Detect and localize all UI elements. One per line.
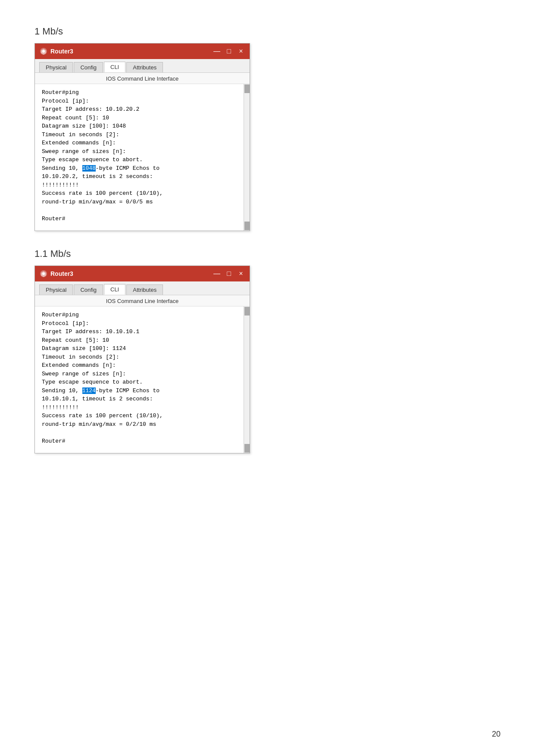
window-2: Router3 — □ × Physical Config CLI Attrib… [34, 266, 250, 453]
minimize-btn-1[interactable]: — [213, 48, 221, 55]
window-2-tabs: Physical Config CLI Attributes [35, 281, 250, 295]
window-2-title-text: Router3 [50, 270, 73, 277]
tab-2-config[interactable]: Config [74, 284, 103, 295]
close-btn-2[interactable]: × [237, 270, 245, 277]
window-2-title-left: Router3 [39, 269, 73, 278]
window-1: Router3 — □ × Physical Config CLI Attrib… [34, 43, 250, 231]
terminal-2-pre: Router#ping Protocol [ip]: Target IP add… [42, 312, 143, 394]
router-icon-2 [39, 269, 48, 278]
maximize-btn-2[interactable]: □ [225, 270, 233, 277]
window-1-terminal-text: Router#ping Protocol [ip]: Target IP add… [42, 88, 243, 223]
tab-1-physical[interactable]: Physical [39, 62, 73, 72]
window-2-subtitle: IOS Command Line Interface [35, 295, 250, 306]
window-1-controls: — □ × [213, 48, 245, 55]
svg-point-3 [42, 272, 45, 275]
terminal-1-post: -byte ICMP Echos to 10.10.20.2, timeout … [42, 165, 163, 222]
tab-2-cli[interactable]: CLI [104, 284, 125, 295]
window-1-tabs: Physical Config CLI Attributes [35, 59, 250, 73]
section-2-label: 1.1 Mb/s [34, 248, 501, 259]
window-1-terminal[interactable]: Router#ping Protocol [ip]: Target IP add… [35, 84, 250, 231]
window-1-title-text: Router3 [50, 48, 73, 55]
page-content: 1 Mb/s Router3 — □ × [0, 0, 535, 497]
window-1-subtitle: IOS Command Line Interface [35, 73, 250, 84]
tab-2-attributes[interactable]: Attributes [126, 284, 163, 295]
close-btn-1[interactable]: × [237, 48, 245, 55]
svg-point-1 [42, 50, 45, 53]
scrollbar-1[interactable] [244, 84, 250, 231]
section-1: 1 Mb/s Router3 — □ × [34, 26, 501, 231]
terminal-1-pre: Router#ping Protocol [ip]: Target IP add… [42, 89, 143, 172]
tab-1-config[interactable]: Config [74, 62, 103, 72]
terminal-2-post: -byte ICMP Echos to 10.10.10.1, timeout … [42, 387, 163, 444]
scrollbar-2-thumb-top [244, 307, 250, 316]
terminal-1-highlight: 1048 [82, 165, 96, 172]
page-number: 20 [492, 730, 501, 739]
section-1-label: 1 Mb/s [34, 26, 501, 37]
window-2-terminal-text: Router#ping Protocol [ip]: Target IP add… [42, 311, 243, 445]
terminal-2-highlight: 1124 [82, 387, 96, 394]
window-2-terminal[interactable]: Router#ping Protocol [ip]: Target IP add… [35, 306, 250, 453]
window-1-title-left: Router3 [39, 47, 73, 56]
scrollbar-1-thumb-bottom [244, 222, 250, 230]
maximize-btn-1[interactable]: □ [225, 48, 233, 55]
scrollbar-1-thumb-top [244, 84, 250, 93]
scrollbar-2[interactable] [244, 306, 250, 453]
minimize-btn-2[interactable]: — [213, 270, 221, 277]
window-1-terminal-wrapper: Router#ping Protocol [ip]: Target IP add… [35, 84, 250, 231]
scrollbar-2-thumb-bottom [244, 444, 250, 453]
tab-2-physical[interactable]: Physical [39, 284, 73, 295]
window-2-terminal-wrapper: Router#ping Protocol [ip]: Target IP add… [35, 306, 250, 453]
tab-1-cli[interactable]: CLI [104, 62, 125, 72]
section-2: 1.1 Mb/s Router3 — □ × [34, 248, 501, 453]
window-2-titlebar: Router3 — □ × [35, 266, 250, 281]
router-icon-1 [39, 47, 48, 56]
tab-1-attributes[interactable]: Attributes [126, 62, 163, 72]
window-2-controls: — □ × [213, 270, 245, 277]
window-1-titlebar: Router3 — □ × [35, 44, 250, 59]
